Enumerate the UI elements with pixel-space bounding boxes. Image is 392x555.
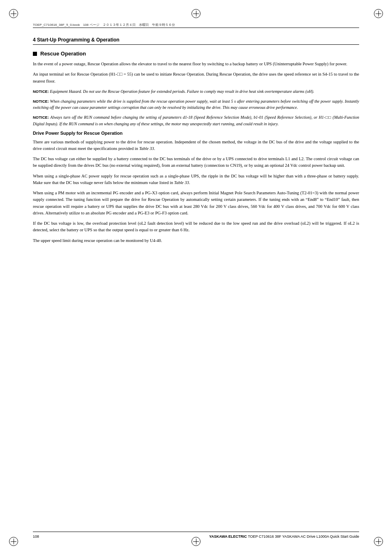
rescue-heading-text: Rescue Operation (40, 51, 86, 57)
corner-mark-tr (374, 9, 383, 18)
header-text: TOEP_C710616_38F_5_0.book 108 ページ ２０１３年１… (33, 23, 175, 27)
drive-power-p4: When using a PM motor with an incrementa… (33, 190, 359, 216)
footer-title: YASKAWA ELECTRIC TOEP C710616 38F YASKAW… (209, 534, 359, 539)
notice-2-text: When changing parameters while the drive… (33, 99, 359, 110)
drive-power-p2: The DC bus voltage can either be supplie… (33, 156, 359, 169)
drive-power-p3: When using a single-phase AC power suppl… (33, 173, 359, 187)
drive-power-heading: Drive Power Supply for Rescue Operation (33, 131, 359, 136)
notice-1-label: NOTICE: (33, 89, 49, 94)
drive-power-p6: The upper speed limit during rescue oper… (33, 237, 359, 244)
header-bar: TOEP_C710616_38F_5_0.book 108 ページ ２０１３年１… (33, 23, 359, 27)
table-33-link-1[interactable]: Table 33 (139, 146, 154, 151)
footer-brand: YASKAWA ELECTRIC (209, 534, 247, 539)
footer: 108 YASKAWA ELECTRIC TOEP C710616 38F YA… (33, 532, 359, 539)
corner-mark-tc (191, 9, 201, 18)
notice-2: NOTICE: When changing parameters while t… (33, 98, 359, 111)
footer-page-number: 108 (33, 534, 39, 539)
section-heading: 4 Start-Up Programming & Operation (33, 37, 359, 45)
header-line (33, 28, 359, 28)
notice-1: NOTICE: Equipment Hazard. Do not use the… (33, 88, 359, 94)
corner-mark-bl (9, 537, 18, 546)
notice-2-label: NOTICE: (33, 99, 49, 104)
rescue-operation-heading: Rescue Operation (33, 51, 359, 57)
table-33-link-2[interactable]: Table 33 (174, 180, 189, 185)
notice-1-text: Equipment Hazard. Do not use the Rescue … (49, 89, 314, 94)
main-content: 4 Start-Up Programming & Operation Rescu… (33, 37, 359, 244)
footer-doc-title: TOEP C710616 38F YASKAWA AC Drive L1000A… (248, 534, 359, 539)
paragraph-1: In the event of a power outage, Rescue O… (33, 61, 359, 67)
notice-3: NOTICE: Always turn off the RUN command … (33, 114, 359, 127)
page: TOEP_C710616_38F_5_0.book 108 ページ ２０１３年１… (0, 0, 392, 555)
corner-mark-br (374, 537, 383, 546)
drive-power-p5: If the DC bus voltage is low, the overlo… (33, 220, 359, 234)
notice-3-text: Always turn off the RUN command before c… (33, 115, 359, 126)
drive-power-p1: There are various methods of supplying p… (33, 139, 359, 152)
corner-mark-tl (9, 9, 18, 18)
heading-square-icon (33, 52, 37, 56)
paragraph-2: An input terminal set for Rescue Operati… (33, 71, 359, 85)
notice-3-label: NOTICE: (33, 115, 49, 120)
